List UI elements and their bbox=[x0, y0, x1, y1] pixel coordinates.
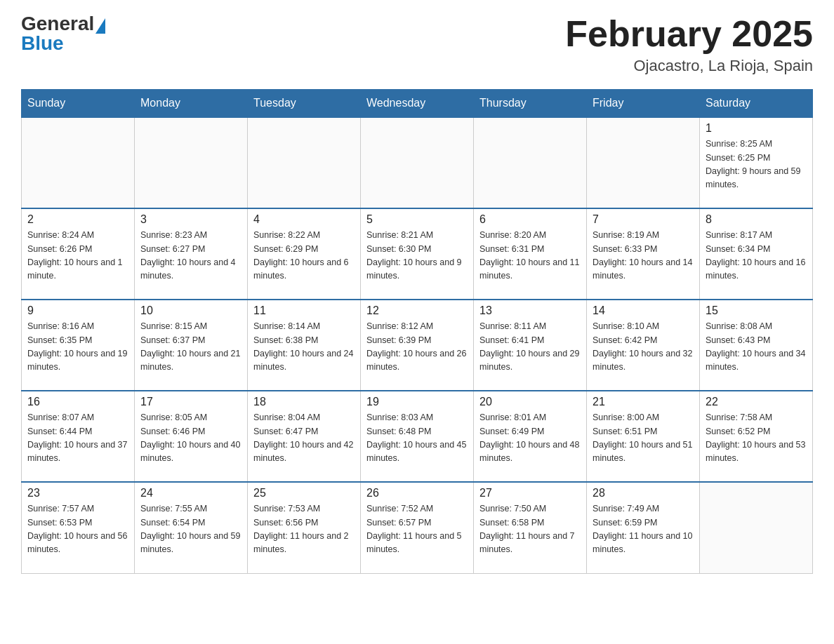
logo-triangle-icon bbox=[95, 18, 105, 34]
day-info: Sunrise: 8:11 AM Sunset: 6:41 PM Dayligh… bbox=[479, 320, 581, 375]
calendar-week-4: 16Sunrise: 8:07 AM Sunset: 6:44 PM Dayli… bbox=[22, 391, 813, 482]
day-info: Sunrise: 7:55 AM Sunset: 6:54 PM Dayligh… bbox=[140, 502, 241, 557]
day-info: Sunrise: 8:25 AM Sunset: 6:25 PM Dayligh… bbox=[706, 137, 807, 192]
logo-blue: Blue bbox=[21, 34, 105, 53]
calendar-cell: 5Sunrise: 8:21 AM Sunset: 6:30 PM Daylig… bbox=[361, 208, 474, 300]
calendar-cell bbox=[248, 117, 361, 208]
day-info: Sunrise: 7:58 AM Sunset: 6:52 PM Dayligh… bbox=[706, 411, 807, 466]
header-tuesday: Tuesday bbox=[248, 90, 361, 118]
calendar-cell: 8Sunrise: 8:17 AM Sunset: 6:34 PM Daylig… bbox=[700, 208, 813, 300]
day-number: 22 bbox=[706, 396, 807, 408]
calendar-cell: 18Sunrise: 8:04 AM Sunset: 6:47 PM Dayli… bbox=[248, 391, 361, 482]
day-number: 2 bbox=[27, 213, 128, 226]
day-number: 27 bbox=[479, 487, 581, 499]
calendar-table: Sunday Monday Tuesday Wednesday Thursday… bbox=[21, 89, 813, 574]
location-title: Ojacastro, La Rioja, Spain bbox=[565, 57, 813, 75]
day-number: 6 bbox=[479, 213, 581, 226]
calendar-cell: 19Sunrise: 8:03 AM Sunset: 6:48 PM Dayli… bbox=[361, 391, 474, 482]
day-info: Sunrise: 8:05 AM Sunset: 6:46 PM Dayligh… bbox=[140, 411, 241, 466]
calendar-cell bbox=[587, 117, 700, 208]
calendar-cell: 17Sunrise: 8:05 AM Sunset: 6:46 PM Dayli… bbox=[135, 391, 248, 482]
calendar-cell: 23Sunrise: 7:57 AM Sunset: 6:53 PM Dayli… bbox=[22, 482, 135, 573]
calendar-cell: 11Sunrise: 8:14 AM Sunset: 6:38 PM Dayli… bbox=[248, 300, 361, 391]
calendar-cell bbox=[135, 117, 248, 208]
calendar-cell: 24Sunrise: 7:55 AM Sunset: 6:54 PM Dayli… bbox=[135, 482, 248, 573]
day-info: Sunrise: 8:16 AM Sunset: 6:35 PM Dayligh… bbox=[27, 320, 128, 375]
calendar-cell bbox=[474, 117, 587, 208]
day-info: Sunrise: 8:08 AM Sunset: 6:43 PM Dayligh… bbox=[706, 320, 807, 375]
day-info: Sunrise: 8:04 AM Sunset: 6:47 PM Dayligh… bbox=[253, 411, 355, 466]
calendar-cell: 25Sunrise: 7:53 AM Sunset: 6:56 PM Dayli… bbox=[248, 482, 361, 573]
calendar-cell: 7Sunrise: 8:19 AM Sunset: 6:33 PM Daylig… bbox=[587, 208, 700, 300]
logo-general: General bbox=[21, 14, 94, 34]
day-info: Sunrise: 8:20 AM Sunset: 6:31 PM Dayligh… bbox=[479, 229, 581, 283]
calendar-week-5: 23Sunrise: 7:57 AM Sunset: 6:53 PM Dayli… bbox=[22, 482, 813, 573]
day-info: Sunrise: 8:01 AM Sunset: 6:49 PM Dayligh… bbox=[479, 411, 581, 466]
calendar-cell bbox=[361, 117, 474, 208]
calendar-cell: 15Sunrise: 8:08 AM Sunset: 6:43 PM Dayli… bbox=[700, 300, 813, 391]
day-info: Sunrise: 8:07 AM Sunset: 6:44 PM Dayligh… bbox=[27, 411, 128, 466]
day-info: Sunrise: 7:57 AM Sunset: 6:53 PM Dayligh… bbox=[27, 502, 128, 557]
calendar-cell: 3Sunrise: 8:23 AM Sunset: 6:27 PM Daylig… bbox=[135, 208, 248, 300]
day-info: Sunrise: 8:21 AM Sunset: 6:30 PM Dayligh… bbox=[366, 229, 468, 283]
calendar-cell: 10Sunrise: 8:15 AM Sunset: 6:37 PM Dayli… bbox=[135, 300, 248, 391]
day-number: 8 bbox=[706, 213, 807, 226]
weekday-header-row: Sunday Monday Tuesday Wednesday Thursday… bbox=[22, 90, 813, 118]
calendar-cell: 1Sunrise: 8:25 AM Sunset: 6:25 PM Daylig… bbox=[700, 117, 813, 208]
day-number: 26 bbox=[366, 487, 468, 499]
calendar-body: 1Sunrise: 8:25 AM Sunset: 6:25 PM Daylig… bbox=[22, 117, 813, 573]
day-info: Sunrise: 8:00 AM Sunset: 6:51 PM Dayligh… bbox=[593, 411, 694, 466]
calendar-header: Sunday Monday Tuesday Wednesday Thursday… bbox=[22, 90, 813, 118]
day-info: Sunrise: 8:03 AM Sunset: 6:48 PM Dayligh… bbox=[366, 411, 468, 466]
day-number: 28 bbox=[593, 487, 694, 499]
calendar-cell: 21Sunrise: 8:00 AM Sunset: 6:51 PM Dayli… bbox=[587, 391, 700, 482]
calendar-cell: 20Sunrise: 8:01 AM Sunset: 6:49 PM Dayli… bbox=[474, 391, 587, 482]
calendar-cell: 2Sunrise: 8:24 AM Sunset: 6:26 PM Daylig… bbox=[22, 208, 135, 300]
day-number: 13 bbox=[479, 304, 581, 317]
day-number: 3 bbox=[140, 213, 241, 226]
day-number: 5 bbox=[366, 213, 468, 226]
header-monday: Monday bbox=[135, 90, 248, 118]
day-number: 10 bbox=[140, 304, 241, 317]
day-info: Sunrise: 8:19 AM Sunset: 6:33 PM Dayligh… bbox=[593, 229, 694, 283]
logo: General Blue bbox=[21, 14, 105, 53]
day-info: Sunrise: 8:23 AM Sunset: 6:27 PM Dayligh… bbox=[140, 229, 241, 283]
day-number: 20 bbox=[479, 396, 581, 408]
calendar-cell: 14Sunrise: 8:10 AM Sunset: 6:42 PM Dayli… bbox=[587, 300, 700, 391]
header-thursday: Thursday bbox=[474, 90, 587, 118]
day-number: 4 bbox=[253, 213, 355, 226]
day-number: 15 bbox=[706, 304, 807, 317]
day-info: Sunrise: 8:22 AM Sunset: 6:29 PM Dayligh… bbox=[253, 229, 355, 283]
page-header: General Blue February 2025 Ojacastro, La… bbox=[21, 14, 813, 75]
calendar-cell bbox=[700, 482, 813, 573]
header-sunday: Sunday bbox=[22, 90, 135, 118]
calendar-cell: 12Sunrise: 8:12 AM Sunset: 6:39 PM Dayli… bbox=[361, 300, 474, 391]
day-number: 12 bbox=[366, 304, 468, 317]
day-info: Sunrise: 7:49 AM Sunset: 6:59 PM Dayligh… bbox=[593, 502, 694, 557]
day-info: Sunrise: 8:12 AM Sunset: 6:39 PM Dayligh… bbox=[366, 320, 468, 375]
calendar-cell: 28Sunrise: 7:49 AM Sunset: 6:59 PM Dayli… bbox=[587, 482, 700, 573]
day-number: 1 bbox=[706, 122, 807, 135]
day-info: Sunrise: 8:24 AM Sunset: 6:26 PM Dayligh… bbox=[27, 229, 128, 283]
calendar-cell: 22Sunrise: 7:58 AM Sunset: 6:52 PM Dayli… bbox=[700, 391, 813, 482]
header-friday: Friday bbox=[587, 90, 700, 118]
day-info: Sunrise: 7:52 AM Sunset: 6:57 PM Dayligh… bbox=[366, 502, 468, 557]
calendar-cell bbox=[22, 117, 135, 208]
header-wednesday: Wednesday bbox=[361, 90, 474, 118]
day-number: 7 bbox=[593, 213, 694, 226]
title-section: February 2025 Ojacastro, La Rioja, Spain bbox=[565, 14, 813, 75]
day-info: Sunrise: 8:17 AM Sunset: 6:34 PM Dayligh… bbox=[706, 229, 807, 283]
calendar-cell: 4Sunrise: 8:22 AM Sunset: 6:29 PM Daylig… bbox=[248, 208, 361, 300]
calendar-week-1: 1Sunrise: 8:25 AM Sunset: 6:25 PM Daylig… bbox=[22, 117, 813, 208]
day-number: 18 bbox=[253, 396, 355, 408]
header-saturday: Saturday bbox=[700, 90, 813, 118]
calendar-cell: 6Sunrise: 8:20 AM Sunset: 6:31 PM Daylig… bbox=[474, 208, 587, 300]
day-number: 9 bbox=[27, 304, 128, 317]
calendar-cell: 9Sunrise: 8:16 AM Sunset: 6:35 PM Daylig… bbox=[22, 300, 135, 391]
day-number: 16 bbox=[27, 396, 128, 408]
day-number: 14 bbox=[593, 304, 694, 317]
calendar-week-2: 2Sunrise: 8:24 AM Sunset: 6:26 PM Daylig… bbox=[22, 208, 813, 300]
day-info: Sunrise: 7:50 AM Sunset: 6:58 PM Dayligh… bbox=[479, 502, 581, 557]
day-number: 24 bbox=[140, 487, 241, 499]
day-number: 21 bbox=[593, 396, 694, 408]
